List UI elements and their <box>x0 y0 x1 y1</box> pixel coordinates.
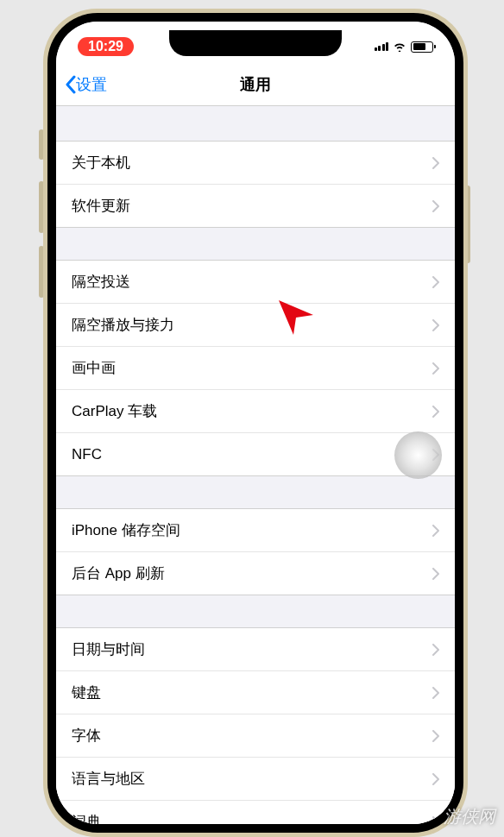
section-gap <box>56 476 455 508</box>
settings-group: iPhone 储存空间 后台 App 刷新 <box>56 508 455 595</box>
page-title: 通用 <box>240 74 271 95</box>
chevron-right-icon <box>432 276 439 288</box>
row-dictionary[interactable]: 词典 <box>56 801 455 824</box>
row-software-update[interactable]: 软件更新 <box>56 185 455 228</box>
chevron-right-icon <box>432 687 439 699</box>
chevron-right-icon <box>432 200 439 212</box>
chevron-left-icon <box>65 75 76 94</box>
row-fonts[interactable]: 字体 <box>56 714 455 758</box>
section-gap <box>56 595 455 627</box>
chevron-right-icon <box>432 644 439 656</box>
row-label: CarPlay 车载 <box>72 401 432 421</box>
chevron-right-icon <box>432 773 439 785</box>
row-label: 后台 App 刷新 <box>72 563 432 583</box>
row-label: NFC <box>72 446 432 463</box>
row-label: 语言与地区 <box>72 769 432 789</box>
row-label: 软件更新 <box>72 196 432 216</box>
assistive-touch-button[interactable] <box>394 431 442 479</box>
section-gap <box>56 228 455 260</box>
screen: 10:29 设置 通用 <box>56 22 455 824</box>
battery-icon <box>411 41 433 53</box>
chevron-right-icon <box>432 525 439 537</box>
settings-list[interactable]: 关于本机 软件更新 隔空投送 隔空播放与接力 <box>56 106 455 824</box>
chevron-right-icon <box>432 568 439 580</box>
section-gap <box>56 106 455 141</box>
svg-marker-0 <box>279 300 313 335</box>
chevron-right-icon <box>432 157 439 169</box>
row-language-region[interactable]: 语言与地区 <box>56 758 455 801</box>
row-storage[interactable]: iPhone 储存空间 <box>56 509 455 552</box>
notch <box>169 30 342 56</box>
row-label: 字体 <box>72 726 432 746</box>
settings-group: 日期与时间 键盘 字体 语言与地区 <box>56 627 455 824</box>
cellular-signal-icon <box>375 42 389 51</box>
row-pip[interactable]: 画中画 <box>56 347 455 390</box>
row-datetime[interactable]: 日期与时间 <box>56 628 455 671</box>
row-airdrop[interactable]: 隔空投送 <box>56 261 455 304</box>
chevron-right-icon <box>432 362 439 374</box>
row-about[interactable]: 关于本机 <box>56 142 455 185</box>
row-label: 词典 <box>72 812 432 824</box>
row-label: 键盘 <box>72 683 432 702</box>
row-background-refresh[interactable]: 后台 App 刷新 <box>56 552 455 595</box>
nav-bar: 设置 通用 <box>56 63 455 106</box>
settings-group: 隔空投送 隔空播放与接力 画中画 CarPlay 车载 <box>56 260 455 476</box>
row-label: 隔空播放与接力 <box>72 315 432 335</box>
row-carplay[interactable]: CarPlay 车载 <box>56 390 455 433</box>
back-button[interactable]: 设置 <box>65 74 107 95</box>
row-label: 日期与时间 <box>72 639 432 659</box>
back-label: 设置 <box>76 74 107 95</box>
phone-frame: 10:29 设置 通用 <box>43 9 468 837</box>
chevron-right-icon <box>432 406 439 418</box>
watermark: 游侠网 <box>444 805 495 828</box>
status-time-recording[interactable]: 10:29 <box>78 37 134 56</box>
chevron-right-icon <box>432 816 439 825</box>
phone-bezel: 10:29 设置 通用 <box>47 13 463 833</box>
row-keyboard[interactable]: 键盘 <box>56 671 455 714</box>
wifi-icon <box>393 41 406 52</box>
row-airplay[interactable]: 隔空播放与接力 <box>56 304 455 347</box>
settings-group: 关于本机 软件更新 <box>56 141 455 228</box>
row-label: 关于本机 <box>72 153 432 173</box>
row-label: 隔空投送 <box>72 272 432 292</box>
row-label: iPhone 储存空间 <box>72 520 432 540</box>
annotation-arrow-icon <box>272 293 315 337</box>
status-indicators <box>375 41 434 53</box>
chevron-right-icon <box>432 319 439 331</box>
chevron-right-icon <box>432 730 439 742</box>
row-label: 画中画 <box>72 358 432 378</box>
